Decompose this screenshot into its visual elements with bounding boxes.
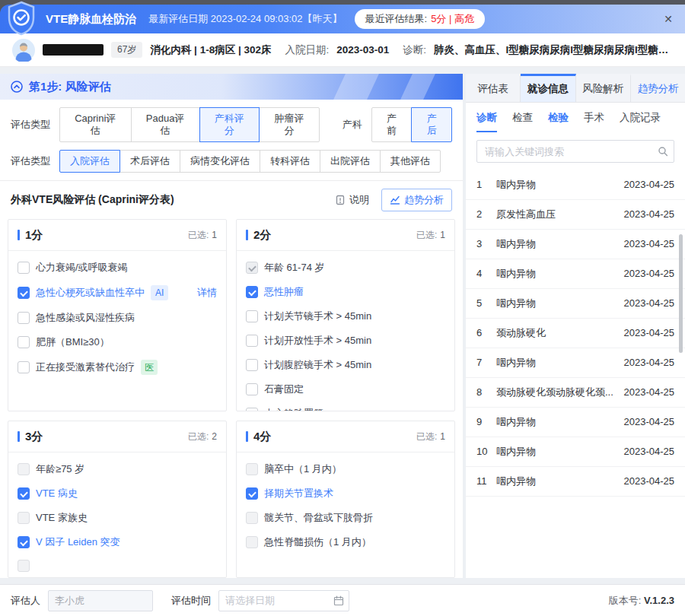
- checkbox[interactable]: [246, 512, 258, 524]
- checklist-item[interactable]: 正在接受激素替代治疗医: [8, 354, 226, 380]
- subtab-手术[interactable]: 手术: [584, 111, 604, 132]
- tab-风险解析[interactable]: 风险解析: [576, 74, 631, 102]
- checklist-item[interactable]: 急性脊髓损伤（1 月内）: [237, 530, 454, 554]
- checklist-item[interactable]: 年龄 61-74 岁: [237, 256, 454, 280]
- right-panel-tabs: 评估表就诊信息风险解析趋势分析: [466, 74, 685, 103]
- checkbox[interactable]: [18, 312, 30, 324]
- checklist-item[interactable]: V 因子 Leiden 突变: [8, 530, 226, 554]
- checklist-item[interactable]: 脑卒中（1 月内）: [237, 457, 454, 481]
- assessment-time-input[interactable]: [218, 590, 349, 611]
- checklist-item-label: V 因子 Leiden 突变: [36, 535, 120, 549]
- filter-option-button[interactable]: 肿瘤评分: [259, 107, 320, 142]
- checklist-item[interactable]: 计划开放性手术 > 45min: [237, 329, 454, 353]
- checkbox[interactable]: [246, 408, 258, 411]
- assessor-input[interactable]: [48, 590, 153, 611]
- search-icon[interactable]: [658, 146, 668, 157]
- explain-button[interactable]: 说明: [335, 193, 369, 207]
- checkbox[interactable]: [246, 310, 258, 322]
- diagnosis-row[interactable]: 10咽内异物2023-04-25: [466, 437, 685, 467]
- checkbox[interactable]: [246, 335, 258, 347]
- diagnosis-index: 7: [476, 356, 496, 370]
- checklist-item[interactable]: 计划腹腔镜手术 > 45min: [237, 353, 454, 377]
- diagnosis-row[interactable]: 1咽内异物2023-04-25: [466, 170, 685, 200]
- subtab-检查[interactable]: 检查: [512, 111, 533, 132]
- close-icon[interactable]: ✕: [664, 13, 673, 25]
- search-input[interactable]: [476, 140, 674, 163]
- collapse-icon[interactable]: [11, 81, 23, 93]
- checkbox[interactable]: [18, 512, 30, 524]
- score-card-header: 4分已选:1: [237, 421, 454, 452]
- checkbox[interactable]: [18, 361, 30, 373]
- checkbox[interactable]: [18, 336, 30, 348]
- checklist-item-label: 髋关节、骨盆或下肢骨折: [264, 511, 373, 525]
- filter-option-button[interactable]: 其他评估: [380, 150, 441, 173]
- checkbox[interactable]: [18, 287, 30, 299]
- diagnosis-row[interactable]: 4咽内异物2023-04-25: [466, 259, 685, 289]
- checkbox[interactable]: [246, 536, 258, 548]
- diagnosis-row[interactable]: 2原发性高血压2023-04-25: [466, 200, 685, 230]
- checklist-item[interactable]: VTE 家族史: [8, 506, 226, 530]
- diagnosis-date: 2023-04-25: [624, 356, 675, 370]
- checkbox[interactable]: [246, 359, 258, 371]
- diagnosis-row[interactable]: 8颈动脉硬化颈动脉硬化颈...2023-04-25: [466, 378, 685, 408]
- diagnosis-row[interactable]: 11咽内异物2023-04-25: [466, 467, 685, 497]
- assessment-time-label: 评估时间: [171, 594, 211, 608]
- checklist-item[interactable]: 中心静脉置管: [237, 402, 454, 411]
- diagnosis-row[interactable]: 7咽内异物2023-04-25: [466, 348, 685, 378]
- filter-option-button[interactable]: 出院评估: [320, 150, 381, 173]
- checkbox[interactable]: [246, 262, 258, 274]
- explain-button-label: 说明: [349, 193, 369, 207]
- checkbox[interactable]: [246, 286, 258, 298]
- title-bar: VTE静脉血栓防治 最新评估日期 2023-02-24 09:03:02【昨天】…: [0, 0, 685, 33]
- filter-option-button[interactable]: 术后评估: [119, 150, 180, 173]
- checklist-item[interactable]: 髋关节、骨盆或下肢骨折: [237, 506, 454, 530]
- subtab-入院记录[interactable]: 入院记录: [620, 111, 661, 132]
- diagnosis-row[interactable]: 5咽内异物2023-04-25: [466, 289, 685, 319]
- diagnosis-row[interactable]: 9咽内异物2023-04-25: [466, 408, 685, 437]
- checkbox[interactable]: [246, 487, 258, 500]
- detail-link[interactable]: 详情: [197, 286, 217, 300]
- scrollbar-thumb[interactable]: [679, 234, 683, 353]
- diagnosis-list: 1咽内异物2023-04-252原发性高血压2023-04-253咽内异物202…: [466, 170, 685, 578]
- tab-就诊信息[interactable]: 就诊信息: [521, 74, 575, 102]
- checkbox[interactable]: [246, 463, 258, 475]
- calendar-icon[interactable]: [333, 595, 344, 606]
- checklist-item[interactable]: 年龄≥75 岁: [8, 457, 226, 481]
- checkbox[interactable]: [246, 383, 258, 395]
- filter-option-button[interactable]: Caprini评估: [59, 107, 132, 142]
- checklist-item[interactable]: VTE 病史: [8, 481, 226, 506]
- checklist-item[interactable]: 心力衰竭/或呼吸衰竭: [8, 256, 226, 280]
- checklist-item[interactable]: 石膏固定: [237, 377, 454, 402]
- diagnosis-row[interactable]: 6颈动脉硬化2023-04-25: [466, 319, 685, 348]
- filter-row: 评估类型Caprini评估Padua评估产科评分肿瘤评分产科产前产后: [11, 107, 452, 142]
- trend-analysis-button[interactable]: 趋势分析: [381, 189, 452, 211]
- record-search: [476, 140, 674, 163]
- diagnosis-date: 2023-04-25: [624, 178, 675, 192]
- checkbox[interactable]: [18, 262, 30, 274]
- filter-option-button[interactable]: 产前: [371, 107, 413, 142]
- checklist-item[interactable]: 择期关节置换术: [237, 481, 454, 506]
- accent-bar: [246, 230, 248, 240]
- checklist-item[interactable]: 恶性肿瘤: [237, 280, 454, 304]
- filter-option-button[interactable]: Padua评估: [131, 107, 200, 142]
- diagnosis-row[interactable]: 3咽内异物2023-04-25: [466, 230, 685, 259]
- checklist-item[interactable]: 急性心梗死或缺血性卒中AI详情: [8, 280, 226, 306]
- patient-avatar: [12, 39, 35, 62]
- checkbox[interactable]: [18, 536, 30, 548]
- filter-option-button[interactable]: 转科评估: [260, 150, 320, 173]
- checkbox[interactable]: [18, 487, 30, 500]
- tab-评估表[interactable]: 评估表: [466, 74, 521, 102]
- checklist-item[interactable]: 急性感染或风湿性疾病: [8, 306, 226, 330]
- filter-option-button[interactable]: 病情变化评估: [180, 150, 260, 173]
- tab-趋势分析[interactable]: 趋势分析: [631, 74, 685, 102]
- subtab-诊断[interactable]: 诊断: [476, 111, 497, 132]
- diagnosis-name: 咽内异物: [496, 237, 624, 251]
- checklist-item[interactable]: 计划关节镜手术 > 45min: [237, 304, 454, 329]
- checklist-item[interactable]: 肥胖（BMI≥30）: [8, 330, 226, 354]
- filter-option-button[interactable]: 入院评估: [59, 150, 120, 173]
- filter-option-button[interactable]: 产后: [411, 107, 452, 142]
- checkbox[interactable]: [18, 463, 30, 475]
- subtab-检验[interactable]: 检验: [548, 111, 569, 132]
- filter-option-button[interactable]: 产科评分: [199, 107, 260, 142]
- version-value: V.1.2.3: [644, 595, 674, 606]
